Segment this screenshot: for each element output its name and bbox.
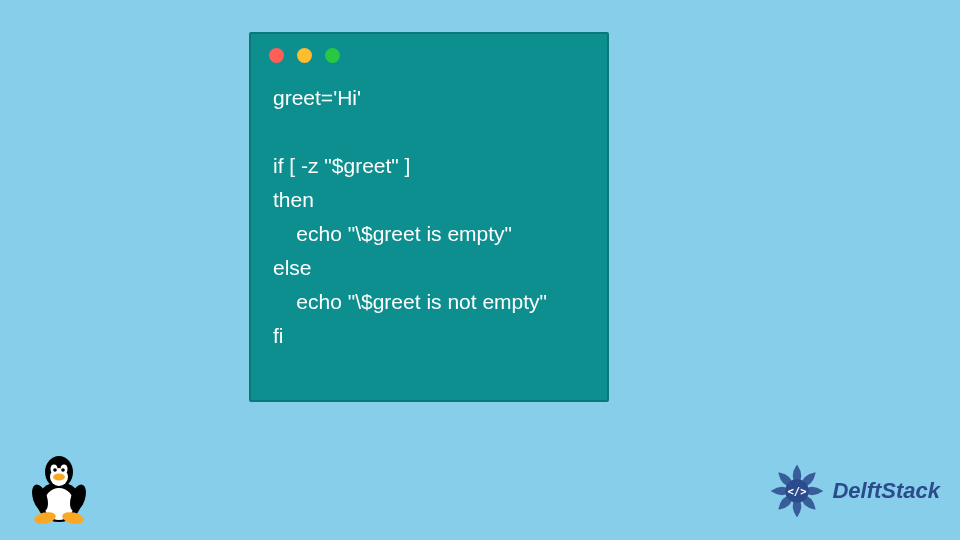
code-line: echo "\$greet is not empty" [273,290,547,313]
svg-point-7 [61,468,65,472]
code-window: greet='Hi' if [ -z "$greet" ] then echo … [249,32,609,402]
code-line: if [ -z "$greet" ] [273,154,410,177]
minimize-icon [297,48,312,63]
delftstack-logo: </> DelftStack [768,462,940,520]
close-icon [269,48,284,63]
svg-point-6 [53,468,57,472]
code-line: then [273,188,314,211]
code-line: greet='Hi' [273,86,361,109]
linux-penguin-icon [28,450,90,524]
code-line: echo "\$greet is empty" [273,222,512,245]
code-line: else [273,256,312,279]
code-line: fi [273,324,284,347]
maximize-icon [325,48,340,63]
code-content: greet='Hi' if [ -z "$greet" ] then echo … [251,71,607,371]
svg-point-8 [53,474,65,481]
mandala-icon: </> [768,462,826,520]
traffic-lights [251,34,607,71]
svg-text:</>: </> [788,485,807,497]
brand-name: DelftStack [832,478,940,504]
